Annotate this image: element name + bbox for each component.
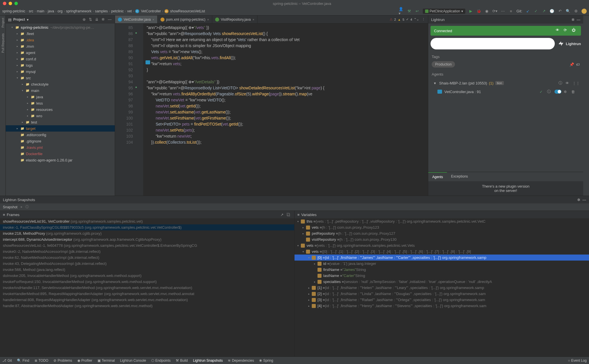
eye-icon[interactable]: 👁 bbox=[565, 81, 571, 85]
variable-row[interactable]: ▸specialties = {session : 'null' ,isTemp… bbox=[294, 279, 589, 285]
tree-node[interactable]: elastic-apm-agent-1.26.0.jar bbox=[6, 157, 115, 163]
variable-row[interactable]: ▾vets = {vets : '[...]'} org.springframe… bbox=[294, 242, 589, 249]
hide-icon[interactable]: — bbox=[108, 17, 112, 22]
inspection-widget[interactable]: ⚠2 ▲5 ✓4 ⌃⌄ bbox=[390, 18, 419, 21]
variable-row[interactable]: visitRepository = {h : '[...]'} com.sun.… bbox=[294, 236, 589, 242]
tree-node[interactable]: .gitignore bbox=[6, 138, 115, 144]
pin-icon[interactable]: 📌 bbox=[569, 62, 574, 67]
power-icon[interactable]: ⏻ bbox=[572, 28, 577, 34]
hide-icon[interactable]: — bbox=[577, 18, 580, 22]
copy-icon[interactable]: ⿻ bbox=[287, 213, 291, 217]
stack-frame[interactable]: handle:87, AbstractHandlerMethodAdapter … bbox=[0, 303, 294, 309]
stack-frame[interactable]: invoke:62, NativeMethodAccessorImpl (jdk… bbox=[0, 255, 294, 261]
chevron-down-icon[interactable]: ▾ bbox=[27, 18, 29, 22]
tree-node[interactable]: ▸java bbox=[6, 94, 115, 100]
back-icon[interactable]: ↩ bbox=[415, 9, 420, 14]
tab-exceptions[interactable]: Exceptions bbox=[447, 172, 472, 181]
frames-list[interactable]: showResourcesVetList:91, VetController (… bbox=[0, 218, 294, 357]
stack-frame[interactable]: invoke0:-2, NativeMethodAccessorImpl (jd… bbox=[0, 249, 294, 255]
tree-node[interactable]: ▸test bbox=[6, 119, 115, 125]
info-icon[interactable]: ⓘ bbox=[25, 205, 29, 209]
variable-row[interactable]: ▸petRepository = {h : '[...]'} com.sun.p… bbox=[294, 230, 589, 236]
tree-node[interactable]: .editorconfig bbox=[6, 132, 115, 138]
settings-icon[interactable]: ⚙ bbox=[573, 9, 579, 14]
stack-frame[interactable]: invokeAndHandle:117, ServletInvocableHan… bbox=[0, 285, 294, 291]
lightrun-search-input[interactable] bbox=[431, 38, 555, 49]
status-item[interactable]: Lightrun Snapshots bbox=[193, 359, 223, 363]
tree-node[interactable]: ▸.idea bbox=[6, 37, 115, 43]
tab-agents[interactable]: Agents bbox=[428, 172, 447, 181]
gear-icon[interactable]: ✲ bbox=[102, 17, 106, 22]
camera-icon[interactable] bbox=[146, 60, 150, 64]
status-item[interactable]: ⬡Endpoints bbox=[151, 359, 171, 363]
tree-node[interactable]: ▾src bbox=[6, 75, 115, 81]
status-item[interactable]: ⚒Build bbox=[176, 359, 188, 363]
close-icon[interactable]: × bbox=[20, 205, 22, 209]
crumb[interactable]: samples bbox=[95, 9, 108, 13]
gear-icon[interactable]: ✲ bbox=[577, 198, 580, 202]
status-item[interactable]: Lightrun Console bbox=[120, 359, 146, 363]
variable-row[interactable]: ▸id = {value : '1'} java.lang.Integer bbox=[294, 261, 589, 267]
status-item[interactable]: ❀Spring bbox=[259, 359, 273, 363]
variable-row[interactable]: ▾[0] = {id : '[...]' ,firstName : '"Jame… bbox=[294, 255, 589, 261]
stack-frame[interactable]: showResourcesVetList:-1, fe604778 (org.s… bbox=[0, 242, 294, 249]
refresh-icon[interactable]: ⟳ bbox=[564, 28, 569, 34]
expand-icon[interactable]: ⇅ bbox=[89, 17, 93, 22]
variable-row[interactable]: ▸[1] = {id : '[...]' ,firstName : '"Hele… bbox=[294, 285, 589, 291]
minimize-window[interactable] bbox=[9, 2, 12, 5]
crumb[interactable]: org bbox=[58, 9, 62, 13]
close-icon[interactable]: × bbox=[253, 18, 254, 21]
status-item[interactable]: ▣Terminal bbox=[97, 359, 115, 363]
tree-root[interactable]: ▾ spring-petclinic ~/dev/projects/spring… bbox=[6, 24, 115, 30]
tree-node[interactable]: ▸wro bbox=[6, 113, 115, 119]
gutter-icons[interactable]: ●● bbox=[135, 24, 143, 196]
project-tree[interactable]: ▾ spring-petclinic ~/dev/projects/spring… bbox=[6, 24, 115, 196]
status-item[interactable]: ⎇Git bbox=[2, 359, 12, 363]
collapse-icon[interactable]: ⇊ bbox=[95, 17, 100, 22]
maximize-window[interactable] bbox=[14, 2, 18, 5]
git-history-icon[interactable]: 🕐 bbox=[549, 9, 554, 14]
tree-node[interactable]: ▸logs bbox=[6, 62, 115, 68]
info-icon[interactable]: ⓘ bbox=[559, 80, 564, 86]
editor-tab[interactable]: pom.xml (spring-petclinic)× bbox=[158, 16, 212, 23]
crumb[interactable]: src bbox=[29, 9, 33, 13]
stack-frame[interactable]: intercept:688, DynamicAdvisedInterceptor… bbox=[0, 236, 294, 242]
crumb[interactable]: spring-petclinic bbox=[2, 9, 25, 13]
tree-node[interactable]: ▸conf.d bbox=[6, 56, 115, 62]
stack-frame[interactable]: invokeHandlerMethod:895, RequestMappingH… bbox=[0, 291, 294, 297]
tag-add-icon[interactable]: 🏷 bbox=[576, 62, 580, 67]
status-item[interactable]: ≣TODO bbox=[35, 359, 48, 363]
status-item[interactable]: 🔍Find bbox=[17, 359, 29, 363]
trash-icon[interactable]: 🗑 bbox=[571, 90, 576, 94]
editor-tab[interactable]: VisitRepository.java× bbox=[212, 16, 258, 23]
tree-node[interactable]: ▾main bbox=[6, 87, 115, 94]
code-body[interactable]: "ann">@GetMapping({ ⊕▾"/vets" })"kw">pub… bbox=[143, 24, 428, 196]
hide-icon[interactable]: — bbox=[582, 198, 586, 202]
avatar[interactable] bbox=[582, 9, 587, 14]
attach-icon[interactable]: ⋯ bbox=[500, 9, 506, 14]
agent-row[interactable]: ▾ Shais-MBP-2.lan (pid 10553) (1) tion ⓘ… bbox=[432, 79, 580, 87]
crumb[interactable]: showResourcesVetList bbox=[170, 9, 205, 13]
eye-icon[interactable]: 👁 bbox=[556, 28, 561, 34]
crumb[interactable]: petclinic bbox=[111, 9, 124, 13]
crumb[interactable]: java bbox=[48, 9, 54, 13]
crumb[interactable]: springframework bbox=[66, 9, 91, 13]
git-commit-icon[interactable]: ✓ bbox=[533, 9, 538, 14]
run-icon[interactable]: ▶ bbox=[468, 9, 473, 14]
toggle-switch[interactable] bbox=[554, 90, 561, 94]
tag-pill[interactable]: Production bbox=[432, 61, 455, 68]
info-icon[interactable]: ⓘ bbox=[547, 89, 552, 94]
snapshot-row[interactable]: VetController.java : 91 ✓ ⓘ ✲ 🗑 bbox=[434, 87, 580, 96]
tree-node[interactable]: .travis.yml bbox=[6, 144, 115, 151]
snapshot-tab[interactable]: Snapshot bbox=[3, 204, 18, 210]
stack-frame[interactable]: invoke:566, Method (java.lang.reflect) bbox=[0, 267, 294, 273]
gutter[interactable]: 8586878889909192939495969798991001011021… bbox=[115, 24, 135, 196]
gear-icon[interactable]: ✲ bbox=[564, 90, 569, 94]
code-area[interactable]: 8586878889909192939495969798991001011021… bbox=[115, 24, 428, 196]
status-item[interactable]: ⊘Problems bbox=[53, 359, 72, 363]
stop-icon[interactable]: ■ bbox=[508, 9, 514, 14]
variable-row[interactable]: ▸[3] = {id : '[...]' ,firstName : '"Rafa… bbox=[294, 297, 589, 303]
tree-node[interactable]: ▸less bbox=[6, 100, 115, 106]
git-push-icon[interactable]: ↗ bbox=[541, 9, 546, 14]
tree-node[interactable]: ▸agent bbox=[6, 49, 115, 56]
